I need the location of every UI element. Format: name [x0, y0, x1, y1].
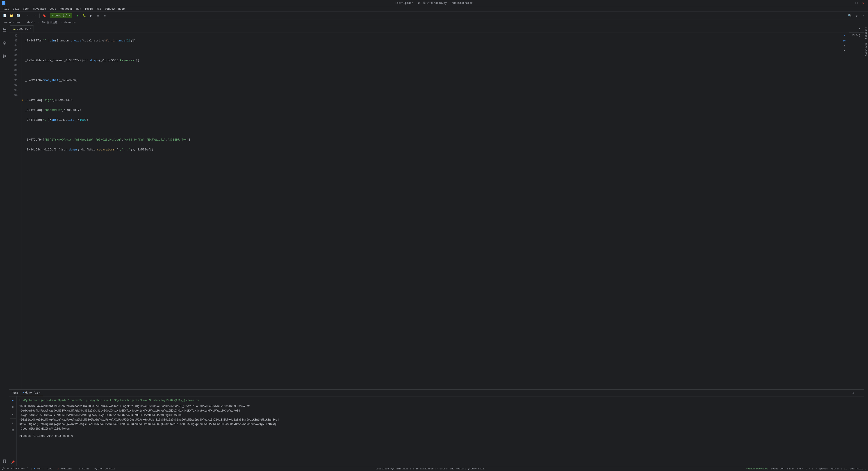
gutter-arrow-up[interactable]: ▲ [843, 43, 845, 48]
menu-vcs[interactable]: VCS [95, 6, 103, 12]
code-line-84: _0x5ad2bb = slide_token + _0x34877a + js… [25, 58, 840, 63]
file-tab-demo[interactable]: 🐍 demo.py ✕ [10, 26, 34, 32]
line-85: 85 [9, 48, 19, 53]
breadcrumb-file[interactable]: demo.py [64, 21, 76, 25]
output-data-3: -oxgMEsiK3wiKWTiK3wo9NlcMF+cUPwaUPwXwPwa… [19, 413, 861, 418]
titlebar: P LearnSpider – 02-算法还原\demo.py – Admini… [0, 0, 868, 6]
learn-icon[interactable] [1, 39, 8, 47]
run-with-coverage[interactable]: ▶ [88, 13, 94, 19]
menu-run[interactable]: Run [74, 6, 83, 12]
more-run-options[interactable]: ⚙ [95, 13, 101, 19]
file-tab-close[interactable]: ✕ [30, 28, 31, 30]
structure-icon[interactable] [1, 52, 8, 60]
line-94: 94 [9, 93, 19, 98]
line-89: 89 [9, 68, 19, 73]
run-tab[interactable]: ▶ demo (1) ✕ [21, 390, 43, 396]
code-line-93: _0x34c54c = _0x26cf34(json.dumps(_0x4fb8… [25, 147, 840, 152]
run-settings-button[interactable]: ⚙ [850, 390, 856, 396]
scroll-to-end-button[interactable]: ⬇ [10, 420, 16, 427]
database-tab[interactable]: Database [864, 25, 868, 41]
output-data-1: 1683616182042##b03a6f099c3bb6f8784f4a311… [19, 404, 861, 409]
line-numbers: 82 83 84 85 86 87 88 89 90 91 92 93 94 [9, 32, 22, 389]
maximize-button[interactable]: □ [854, 0, 860, 6]
editor-and-gutter: 82 83 84 85 86 87 88 89 90 91 92 93 94 _… [9, 32, 864, 389]
menu-window[interactable]: Window [103, 6, 117, 12]
output-text[interactable]: E:\PycharmProjects\LearnSpider\.venv\Scr… [17, 397, 864, 466]
file-tabs: 🐍 demo.py ✕ ⋮ [9, 25, 864, 32]
gutter-right: ✓ 16 ▲ ▼ [840, 32, 849, 389]
sync-button[interactable]: 🔄 [15, 13, 21, 19]
code-content[interactable]: _0x34877a = "".join([random.choice(total… [22, 32, 840, 389]
run-button[interactable]: ▶ [75, 13, 81, 19]
menubar: File Edit View Navigate Code Refactor Ru… [0, 6, 868, 12]
forward-button[interactable]: → [32, 13, 38, 19]
tab-options[interactable]: ⋮ [858, 28, 861, 32]
menu-tools[interactable]: Tools [83, 6, 95, 12]
menu-edit[interactable]: Edit [11, 6, 21, 12]
output-finish: Process finished with exit code 0 [19, 434, 861, 438]
breadcrumb-bar: LearnSpider › day13 › 02-算法还原 › demo.py [0, 20, 868, 25]
event-log-status[interactable]: Event Log [771, 467, 784, 470]
breadcrumb-folder[interactable]: 02-算法还原 [41, 21, 59, 25]
code-line-91 [25, 127, 840, 132]
update-button[interactable]: ⬇ [860, 13, 866, 19]
svnviewer-tab[interactable]: SvnViewer [864, 41, 868, 58]
line-count: 16 [843, 38, 846, 43]
encoding-status[interactable]: UTF-8 [806, 467, 813, 470]
svg-rect-0 [3, 29, 6, 31]
menu-file[interactable]: File [1, 6, 11, 12]
clear-output-button[interactable]: 🗑 [10, 427, 16, 433]
search-everywhere[interactable]: 🔍 [847, 13, 853, 19]
minimize-button[interactable]: ─ [847, 0, 853, 6]
project-icon[interactable] [1, 26, 8, 34]
run-config-selector[interactable]: ▶ demo (1) ▼ [50, 13, 72, 18]
stop-button[interactable]: ■ [102, 13, 108, 19]
run-minimize-button[interactable]: ─ [857, 390, 863, 396]
separator-2 [39, 13, 40, 18]
menu-navigate[interactable]: Navigate [31, 6, 48, 12]
version-control-status[interactable]: Version Control [2, 467, 29, 470]
right-sidebar-panel: Database SvnViewer [864, 25, 868, 466]
breadcrumb-project[interactable]: LearnSpider [2, 21, 22, 25]
bookmark-button[interactable]: 🔖 [41, 13, 47, 19]
indent-status[interactable]: 4 spaces [816, 467, 828, 470]
todo-status[interactable]: TODO [46, 467, 52, 470]
gutter-arrow-down[interactable]: ▼ [843, 48, 845, 53]
new-file-button[interactable]: 📄 [2, 13, 8, 19]
close-button[interactable]: ✕ [860, 0, 866, 6]
python-console-status[interactable]: Python Console [94, 467, 115, 470]
editor-area: 🐍 demo.py ✕ ⋮ 82 83 84 85 86 87 [9, 25, 864, 466]
run-stop-button[interactable]: ■ [10, 404, 16, 410]
crlf-status[interactable]: CRLF [797, 467, 803, 470]
line-87: 87 [9, 58, 19, 63]
code-editor[interactable]: 82 83 84 85 86 87 88 89 90 91 92 93 94 _… [9, 32, 849, 389]
separator-1 [23, 13, 23, 18]
run-tab-close[interactable]: ✕ [39, 391, 40, 394]
open-button[interactable]: 📁 [8, 13, 14, 19]
run-rerun-button[interactable]: ↺ [10, 411, 16, 417]
settings-button[interactable]: ⚙ [854, 13, 860, 19]
menu-view[interactable]: View [21, 6, 31, 12]
run-status[interactable]: ▶ Run [34, 467, 41, 470]
bookmark-side-icon[interactable] [1, 458, 8, 465]
code-line-90: _0x4fb8ac['t'] = int(time.time() * 1000) [25, 118, 840, 123]
line-92: 92 [9, 83, 19, 88]
problems-status[interactable]: ⚠ Problems [57, 467, 72, 470]
python-version-status[interactable]: Python 3.11 (LearnSpi... [831, 467, 866, 470]
run-play-button[interactable]: ▶ [10, 397, 16, 403]
debug-button[interactable]: 🐛 [82, 13, 87, 19]
python-packages-status[interactable]: Python Packages [746, 467, 768, 470]
run-function-label: run() [849, 32, 864, 38]
breadcrumb-day13[interactable]: day13 [26, 21, 36, 25]
terminal-status[interactable]: Terminal [78, 467, 89, 470]
menu-refactor[interactable]: Refactor [58, 6, 74, 12]
main-layout: 🐍 demo.py ✕ ⋮ 82 83 84 85 86 87 [0, 25, 868, 466]
svg-rect-1 [3, 28, 4, 29]
back-button[interactable]: ← [25, 13, 31, 19]
pin-output-button[interactable]: 📌 [10, 459, 16, 465]
menu-code[interactable]: Code [48, 6, 58, 12]
line-col-status[interactable]: 88:34 [787, 467, 794, 470]
run-output: ▶ ■ ↺ ⬇ 🗑 📌 E:\PycharmProjects\LearnSpid… [9, 397, 864, 466]
menu-help[interactable]: Help [117, 6, 127, 12]
code-line-85 [25, 68, 840, 73]
